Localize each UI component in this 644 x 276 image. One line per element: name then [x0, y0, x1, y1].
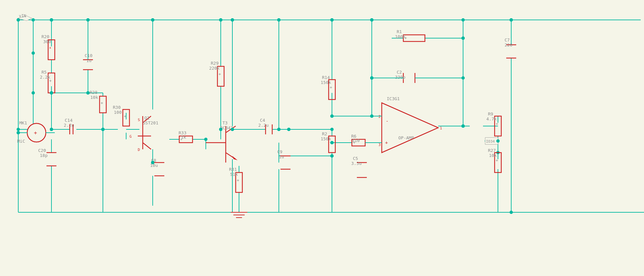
schematic-canvas [0, 0, 644, 276]
